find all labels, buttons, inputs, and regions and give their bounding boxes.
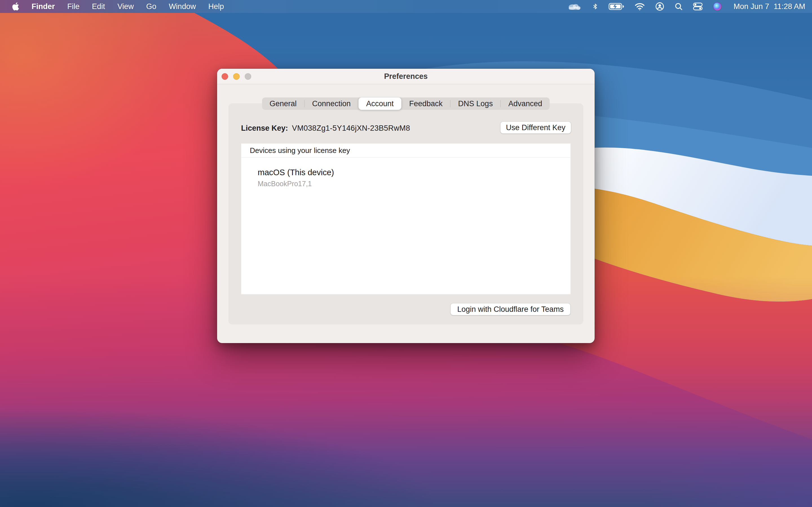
- menu-bar-left: Finder File Edit View Go Window Help: [0, 0, 224, 13]
- preferences-window: Preferences General Connection Account F…: [217, 69, 595, 343]
- minimize-button[interactable]: [233, 73, 240, 80]
- siri-icon[interactable]: [713, 2, 722, 11]
- wifi-icon[interactable]: [635, 2, 645, 11]
- zoom-button-disabled: [245, 73, 251, 80]
- device-list-item[interactable]: macOS (This device) MacBookPro17,1: [258, 168, 570, 188]
- menu-item-go[interactable]: Go: [146, 0, 156, 13]
- traffic-lights: [221, 73, 251, 80]
- menu-bar-status-area: Mon Jun 7 11:28 AM: [567, 0, 812, 13]
- device-model: MacBookPro17,1: [258, 180, 570, 188]
- tab-general[interactable]: General: [262, 98, 304, 110]
- tab-feedback[interactable]: Feedback: [402, 98, 450, 110]
- window-titlebar[interactable]: Preferences: [217, 69, 595, 84]
- apple-menu[interactable]: [12, 2, 19, 11]
- preferences-tab-bar: General Connection Account Feedback DNS …: [262, 98, 550, 110]
- login-with-cloudflare-teams-button[interactable]: Login with Cloudflare for Teams: [451, 303, 570, 315]
- window-title: Preferences: [384, 72, 428, 81]
- battery-charging-icon[interactable]: [608, 2, 624, 11]
- bluetooth-icon[interactable]: [592, 2, 598, 11]
- license-key-row: License Key: VM038Zg1-5Y146jXN-23B5RwM8: [241, 124, 410, 133]
- tab-dns-logs[interactable]: DNS Logs: [451, 98, 500, 110]
- devices-panel-header: Devices using your license key: [241, 144, 570, 158]
- license-key-label: License Key:: [241, 124, 288, 133]
- devices-panel: Devices using your license key macOS (Th…: [241, 144, 571, 294]
- menu-item-help[interactable]: Help: [208, 0, 224, 13]
- use-different-key-button[interactable]: Use Different Key: [500, 122, 571, 133]
- tab-advanced[interactable]: Advanced: [501, 98, 550, 110]
- clock-date: Mon Jun 7: [733, 2, 769, 11]
- menu-item-window[interactable]: Window: [169, 0, 196, 13]
- apple-icon: [12, 2, 19, 11]
- menu-bar-clock[interactable]: Mon Jun 7 11:28 AM: [733, 2, 805, 11]
- menu-item-finder[interactable]: Finder: [32, 0, 55, 13]
- spotlight-search-icon[interactable]: [674, 2, 683, 11]
- control-center-icon[interactable]: [693, 2, 703, 11]
- menu-bar: Finder File Edit View Go Window Help: [0, 0, 812, 13]
- cloudflare-icon[interactable]: [567, 2, 582, 11]
- menu-item-view[interactable]: View: [117, 0, 134, 13]
- user-account-icon[interactable]: [655, 2, 664, 11]
- clock-time: 11:28 AM: [774, 2, 805, 11]
- tab-connection[interactable]: Connection: [305, 98, 358, 110]
- device-name: macOS (This device): [258, 168, 570, 177]
- menu-item-file[interactable]: File: [67, 0, 80, 13]
- menu-item-edit[interactable]: Edit: [92, 0, 105, 13]
- tab-account[interactable]: Account: [359, 98, 402, 110]
- license-key-value: VM038Zg1-5Y146jXN-23B5RwM8: [292, 124, 410, 133]
- close-button[interactable]: [221, 73, 228, 80]
